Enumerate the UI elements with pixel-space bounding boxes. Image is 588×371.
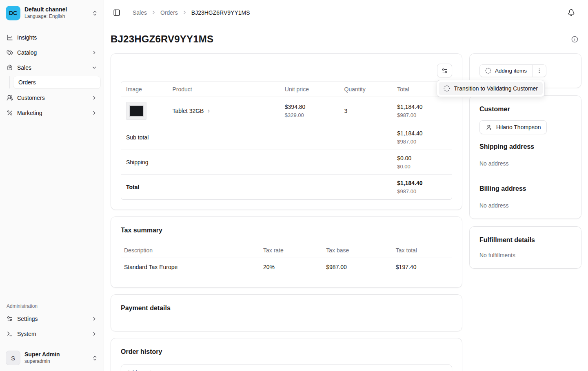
tax-summary-card: Tax summary Description Tax rate Tax bas… [111, 216, 462, 288]
channel-name: Default channel [24, 6, 88, 13]
sidebar-item-label: Customers [17, 95, 45, 101]
customer-link-button[interactable]: Hilario Thompson [479, 120, 547, 134]
subtotal-net: $987.00 [397, 139, 447, 145]
sidebar-item-insights[interactable]: Insights [3, 31, 100, 44]
chevron-right-icon [91, 110, 97, 116]
order-state-button-group: Adding items [479, 64, 546, 77]
page-title: BJ23HGZ6RV9YY1MS [111, 33, 213, 45]
tax-base: $987.00 [323, 258, 393, 278]
channel-switcher[interactable]: DC Default channel Language: English [3, 3, 100, 23]
notifications-button[interactable] [566, 7, 577, 18]
column-header-tax-rate: Tax rate [260, 243, 323, 258]
customer-name: Hilario Thompson [496, 124, 541, 130]
shipping-address-empty: No address [479, 160, 571, 167]
chevrons-up-down-icon [92, 355, 98, 361]
tax-description: Standard Tax Europe [121, 258, 260, 278]
table-header-row: Image Product Unit price Quantity Total [121, 82, 452, 97]
user-username: superadmin [24, 358, 88, 365]
chevron-right-icon [151, 10, 156, 15]
sidebar-item-label: System [17, 331, 36, 337]
table-row: Standard Tax Europe 20% $987.00 $197.40 [121, 258, 452, 278]
column-header-product: Product [167, 82, 280, 97]
breadcrumb: Sales Orders BJ23HGZ6RV9YY1MS [133, 9, 250, 16]
order-items-card: Image Product Unit price Quantity Total [111, 53, 462, 210]
sidebar-item-marketing[interactable]: Marketing [3, 106, 100, 119]
terminal-icon [7, 331, 13, 337]
users-icon [7, 95, 13, 101]
fulfillments-empty: No fulfillments [479, 252, 571, 258]
tags-icon [7, 49, 13, 56]
shipping-label: Shipping [121, 150, 392, 175]
info-icon[interactable] [571, 36, 578, 43]
payment-details-title: Payment details [121, 305, 452, 312]
user-menu[interactable]: S Super Admin superadmin [3, 348, 100, 368]
sales-subnav: Orders [9, 76, 100, 88]
order-state-label: Adding items [495, 68, 527, 74]
circle-dashed-icon [485, 68, 491, 74]
shipping-gross: $0.00 [397, 155, 447, 161]
add-note-input[interactable] [121, 364, 452, 371]
product-thumbnail [126, 102, 146, 120]
sliders-icon [7, 316, 13, 322]
fulfillment-details-card: Fulfillment details No fulfillments [469, 226, 581, 269]
table-header-row: Description Tax rate Tax base Tax total [121, 243, 452, 258]
user-name: Super Admin [24, 351, 88, 358]
sidebar-item-settings[interactable]: Settings [3, 312, 100, 325]
unit-price-net: $329.00 [285, 112, 335, 118]
sidebar-toggle-button[interactable] [111, 7, 122, 18]
product-link[interactable]: Tablet 32GB [172, 108, 211, 114]
billing-address-heading: Billing address [479, 185, 571, 192]
menu-item-label: Transition to Validating Customer [454, 85, 538, 92]
chart-line-icon [7, 34, 13, 41]
chevron-right-icon [91, 50, 97, 55]
order-history-title: Order history [121, 348, 452, 356]
tablet-image [129, 105, 144, 117]
sidebar-item-orders[interactable]: Orders [13, 76, 100, 88]
total-net: $987.00 [397, 188, 447, 194]
order-state-card: Adding items [469, 53, 581, 88]
page-content: BJ23HGZ6RV9YY1MS [104, 25, 588, 371]
column-header-quantity: Quantity [339, 82, 393, 97]
column-header-description: Description [121, 243, 260, 258]
sidebar-item-label: Settings [17, 316, 38, 322]
chevron-right-icon [206, 108, 211, 114]
tax-summary-title: Tax summary [121, 227, 452, 234]
column-header-unit-price: Unit price [280, 82, 339, 97]
billing-address-empty: No address [479, 202, 571, 209]
chevron-right-icon [91, 331, 97, 337]
tax-total: $197.40 [393, 258, 452, 278]
sliders-icon [442, 68, 448, 74]
breadcrumb-current: BJ23HGZ6RV9YY1MS [191, 9, 250, 16]
subtotal-label: Sub total [121, 125, 392, 150]
channel-avatar: DC [6, 6, 20, 20]
order-state-menu-button[interactable] [532, 65, 546, 77]
sidebar-item-customers[interactable]: Customers [3, 91, 100, 104]
chevron-down-icon [91, 65, 97, 71]
sidebar-item-catalog[interactable]: Catalog [3, 46, 100, 59]
total-label: Total [121, 175, 392, 200]
chevron-right-icon [91, 316, 97, 322]
sidebar-item-label: Sales [17, 64, 31, 71]
menu-item-transition-state[interactable]: Transition to Validating Customer [439, 82, 543, 95]
sidebar-item-label: Catalog [17, 49, 37, 56]
circle-dashed-icon [444, 85, 450, 92]
bell-icon [568, 9, 575, 16]
topbar: Sales Orders BJ23HGZ6RV9YY1MS [104, 0, 588, 25]
shipping-row: Shipping $0.00 $0.00 [121, 150, 452, 175]
sidebar-item-sales[interactable]: Sales [3, 61, 100, 74]
breadcrumb-orders[interactable]: Orders [160, 9, 178, 16]
order-state-button[interactable]: Adding items [480, 65, 532, 77]
sidebar-item-system[interactable]: System [3, 327, 100, 340]
shipping-net: $0.00 [397, 163, 447, 170]
column-header-tax-base: Tax base [323, 243, 393, 258]
administration-section-label: Administration [3, 301, 100, 312]
tax-summary-table: Description Tax rate Tax base Tax total … [121, 243, 452, 278]
user-icon [486, 124, 492, 130]
fulfillment-details-title: Fulfillment details [479, 236, 571, 244]
table-settings-button[interactable] [437, 64, 452, 77]
left-column: Image Product Unit price Quantity Total [111, 53, 462, 371]
ellipsis-vertical-icon [536, 68, 542, 74]
breadcrumb-sales[interactable]: Sales [133, 9, 147, 16]
customer-card: Customer Hilario Thompson Shipping addre… [469, 95, 581, 219]
shipping-address-heading: Shipping address [479, 143, 571, 150]
